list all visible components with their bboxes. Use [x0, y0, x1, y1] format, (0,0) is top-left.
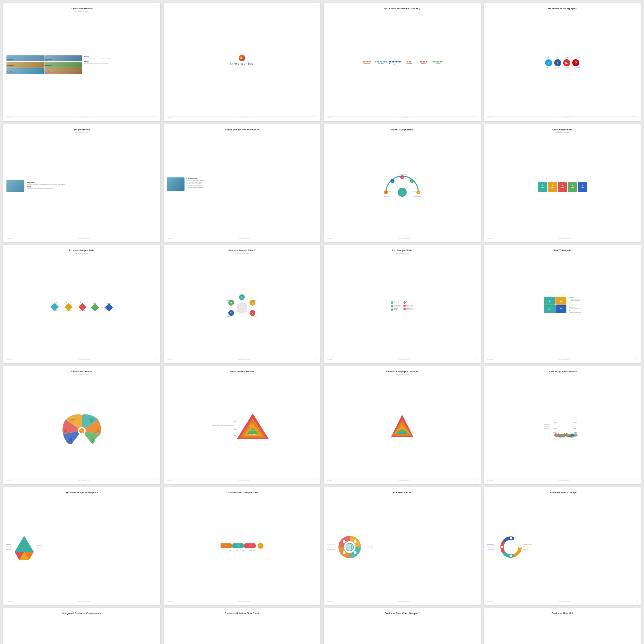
slide-single-project-bullet[interactable]: Single project with bullet info Project …: [164, 124, 321, 242]
svg-marker-87: [14, 536, 34, 552]
slide-footer: Your Namewww.YourWebSite.com16: [487, 479, 638, 481]
slide-infographics[interactable]: ▶ infographics Headline Headline www.You…: [164, 3, 321, 121]
slide-sub: Sub Heading Title Here: [327, 374, 478, 375]
twitter-icon: 𝕫: [545, 59, 552, 66]
slides-grid: 6 Portfolio Preview Sub Heading Title He…: [3, 3, 641, 644]
reasons-svg: Reason 1 Reason 2 Reason 3 Reason 4 Reas…: [59, 412, 104, 444]
slide-list-sample[interactable]: List Sample Slide Sub Heading Title Here…: [324, 245, 481, 363]
slide-title: Business Main Set: [487, 612, 638, 615]
slide-footer: Your Namewww.YourWebSite.com7: [327, 237, 478, 239]
slide-title: Process Sample Slide 2: [167, 249, 317, 252]
svg-text:Canvas: Canvas: [227, 316, 231, 317]
slide-pyramid-infographic[interactable]: Pyramid infographic sample Sub Heading T…: [324, 366, 481, 484]
svg-text:↻: ↻: [241, 296, 243, 298]
slide-process-sample[interactable]: Process Sample Slide Sub Heading Title H…: [3, 245, 160, 363]
slide-pyramida-2[interactable]: Pyramida Diagram Sample 2 Element 1 Elem…: [3, 487, 160, 605]
slide-content: Reason 1 Reason 2 Reason 3 Reason 4 Reas…: [6, 376, 157, 479]
svg-text:Step2: Step2: [234, 429, 237, 430]
svg-text:Review: Review: [240, 295, 244, 296]
slide-business-plan[interactable]: 4 Business Plan Concept Social Marketing…: [484, 487, 641, 605]
svg-text:get contact: get contact: [250, 434, 257, 435]
slide-client-category[interactable]: Our Client By Service Category Product M…: [324, 3, 481, 121]
slide-footer: Your Namewww.YourWebSite.com17: [6, 600, 157, 602]
svg-text:5: 5: [418, 192, 419, 194]
slide-content: ▶ infographics Headline Headline www.You…: [167, 7, 317, 116]
slide-social-media[interactable]: Social Media Inforgraphic 256,467K 256,4…: [484, 3, 641, 121]
slide-footer: Your Namewww.YourWebSite.com11: [327, 358, 478, 360]
logo-icon: ▶: [239, 55, 245, 61]
slide-swot[interactable]: SWOT Analysis S W O T Strengths Lorem ip…: [484, 245, 641, 363]
slide-arrow-process[interactable]: Arrow Process sample slide Step 1 Step 2…: [164, 487, 321, 605]
svg-point-55: [69, 438, 72, 441]
facebook-icon: f: [554, 59, 561, 66]
svg-text:Component 1: Component 1: [383, 196, 391, 197]
slide-content: Step 1 Step 2 Step 3 🏆 Step 1Step 2Step …: [167, 495, 317, 600]
svg-line-76: [412, 418, 413, 420]
slide-title: Steps To Be a winner: [167, 370, 317, 373]
svg-text:Layer 1: Layer 1: [564, 434, 567, 436]
svg-text:💻: 💻: [230, 312, 233, 315]
svg-point-56: [91, 438, 94, 441]
svg-text:Component 2: Component 2: [389, 178, 397, 180]
slide-flow-chart-2[interactable]: Business Flow Chart Sample 2 Flow 1 Flow…: [324, 608, 481, 644]
svg-text:Printing: Printing: [227, 300, 231, 301]
slide-content: Object Johnson Some text Object Johnson …: [6, 14, 157, 116]
svg-text:Sketch: Sketch: [253, 316, 257, 317]
slide-footer: Your Namewww.YourWebSite.com9: [6, 358, 157, 360]
slide-sub: Sub Heading Title Here: [6, 11, 157, 12]
svg-text:Layer 2: Layer 2: [553, 428, 557, 429]
svg-line-78: [412, 431, 413, 432]
slide-title: Business Solution Flow Chart: [167, 612, 317, 615]
slide-footer: Your Namewww.YourWebSite.com2: [167, 116, 317, 118]
slide-title: Integrated Business Components: [6, 612, 157, 615]
slide-content: 256,467K 256,467K 256,467K 256,467K 𝕫 f …: [487, 11, 638, 116]
svg-text:Step3: Step3: [234, 435, 237, 436]
slide-title: Business Circle: [327, 491, 478, 494]
slide-content: Process 1 Lorem ipsum text Process 3 Lor…: [6, 255, 157, 358]
svg-point-106: [510, 537, 512, 539]
slide-title: Layer Infographic Sample: [487, 370, 638, 373]
slide-content: Project Bullet list Lorem ipsum dolor si…: [167, 132, 317, 237]
slide-portfolio-preview[interactable]: 6 Portfolio Preview Sub Heading Title He…: [3, 3, 160, 121]
slide-title: Social Media Inforgraphic: [487, 7, 638, 10]
slide-title: Business Flow Chart Sample 2: [327, 612, 478, 615]
slide-footer: Your Namewww.YourWebSite.com13: [6, 479, 157, 481]
slide-footer: Your Namewww.YourWebSite.com3: [327, 116, 478, 118]
slide-content: Social Marketing Creativity Product Laun…: [487, 495, 638, 600]
pyramida2-svg: ▲: [13, 534, 35, 560]
slide-flow-chart[interactable]: Business Solution Flow Chart Lorem ipsum…: [164, 608, 321, 644]
slide-content: Lorem ipsum dolor Lorem ipsum dolor Lore…: [327, 495, 478, 600]
svg-point-51: [71, 420, 74, 423]
slide-steps-winner[interactable]: Steps To Be a winner Lorem ipsum dolor s…: [164, 366, 321, 484]
svg-point-99: [343, 551, 346, 554]
slide-title: Our Departments: [487, 128, 638, 131]
slide-content: ● Lorem ipsum ● Lorem ipsum ● Lorem ipsu…: [487, 615, 638, 644]
slide-footer: Your Namewww.YourWebSite.com5: [6, 237, 157, 239]
slide-market-components[interactable]: Market Components 🛒 1 2 3 4 5: [324, 124, 481, 242]
svg-text:Year 3: Year 3: [574, 428, 577, 429]
svg-marker-71: [397, 432, 407, 434]
slide-process-sample-2[interactable]: Process Sample Slide 2 Sub Heading Title…: [164, 245, 321, 363]
slide-business-circle[interactable]: Business Circle Lorem ipsum dolor Lorem …: [324, 487, 481, 605]
slide-single-project[interactable]: Single Project Sub Heading Title Here Pr…: [3, 124, 160, 242]
slide-footer: Your Namewww.YourWebSite.com14: [167, 479, 317, 481]
svg-text:4: 4: [411, 180, 412, 182]
svg-point-22: [237, 303, 247, 313]
slide-sub: Sub Heading Title Here: [6, 252, 157, 254]
slide-our-departments[interactable]: Our Departments Sub Heading Title Here S…: [484, 124, 641, 242]
svg-text:Layer 3: Layer 3: [553, 422, 557, 423]
logo-text: infographics: [230, 62, 254, 65]
svg-point-44: [79, 428, 84, 433]
svg-text:Digital: Digital: [253, 300, 256, 301]
slide-reasons-join[interactable]: 6 Reasons Join us Sub Heading Title Here…: [3, 366, 160, 484]
svg-text:✱: ✱: [230, 302, 232, 304]
pinterest-icon: P: [572, 59, 579, 66]
slide-sub: Sub Heading Title Here: [327, 252, 478, 254]
slide-footer: Your Namewww.YourWebSite.com8: [487, 237, 638, 239]
slide-title: Pyramida Diagram Sample 2: [6, 491, 157, 494]
slide-layer-infographic[interactable]: Layer Infographic Sample Layer 3 —— Laye…: [484, 366, 641, 484]
slide-integrated[interactable]: Integrated Business Components: [3, 608, 160, 644]
slide-title: 4 Business Plan Concept: [487, 491, 638, 494]
logo-sub: Headline Headline: [237, 65, 247, 67]
slide-business-main-set[interactable]: Business Main Set ● Lorem ipsum ● Lorem …: [484, 608, 641, 644]
